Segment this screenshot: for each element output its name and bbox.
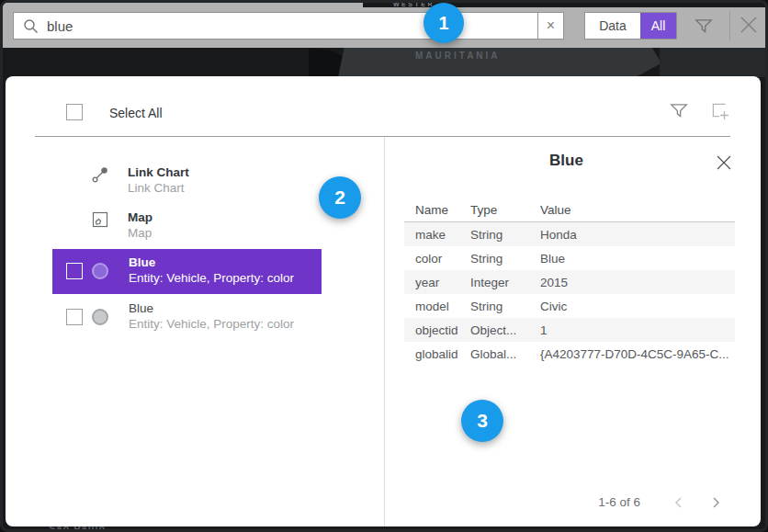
search-results-panel: Select All Link Chart Link bbox=[6, 76, 761, 526]
clear-search-button[interactable]: × bbox=[537, 13, 563, 39]
search-toolbar: × Data All bbox=[3, 3, 765, 48]
map-label-mauritania: MAURITANIA bbox=[415, 51, 501, 61]
map-icon bbox=[90, 209, 110, 233]
cell-type: String bbox=[470, 300, 540, 313]
select-all-label: Select All bbox=[109, 106, 163, 120]
map-landmass-right bbox=[660, 46, 765, 77]
search-box[interactable]: × bbox=[13, 12, 564, 40]
cell-type: Global... bbox=[470, 347, 540, 361]
mode-all-button[interactable]: All bbox=[640, 13, 676, 39]
detail-close-icon[interactable] bbox=[715, 153, 733, 172]
table-row: objectid Object... 1 bbox=[404, 318, 735, 342]
search-mode-toggle: Data All bbox=[584, 12, 677, 40]
select-all-checkbox[interactable] bbox=[66, 104, 83, 120]
column-header-type: Type bbox=[470, 203, 540, 217]
item-subtitle: Entity: Vehicle, Property: color bbox=[129, 271, 294, 285]
item-subtitle: Map bbox=[128, 226, 152, 240]
add-to-selection-icon[interactable] bbox=[709, 100, 729, 120]
cell-name: color bbox=[404, 252, 470, 266]
column-header-name: Name bbox=[404, 203, 470, 217]
previous-page-icon[interactable] bbox=[672, 496, 685, 509]
cell-type: String bbox=[470, 228, 540, 242]
entity-dot-icon bbox=[92, 309, 108, 325]
item-subtitle: Entity: Vehicle, Property: color bbox=[129, 317, 294, 331]
search-icon bbox=[14, 18, 47, 34]
callout-badge-1: 1 bbox=[424, 3, 464, 43]
cell-value: Blue bbox=[540, 252, 735, 266]
pagination-label: 1-6 of 6 bbox=[512, 495, 640, 509]
table-body: make String Honda color String Blue year… bbox=[404, 222, 735, 366]
cell-value: {A4203777-D70D-4C5C-9A65-C... bbox=[540, 347, 735, 361]
list-item-blue-selected[interactable]: Blue Entity: Vehicle, Property: color bbox=[52, 249, 322, 294]
callout-badge-3: 3 bbox=[461, 400, 503, 442]
table-row: year Integer 2015 bbox=[404, 270, 735, 294]
detail-title: Blue bbox=[385, 152, 748, 170]
panel-header-divider bbox=[35, 136, 730, 137]
cell-name: globalid bbox=[404, 347, 470, 361]
table-row: model String Civic bbox=[404, 294, 735, 318]
map-top-strip: WESTER bbox=[363, 0, 768, 7]
cell-name: year bbox=[404, 276, 470, 289]
item-title: Blue bbox=[129, 301, 153, 315]
next-page-icon[interactable] bbox=[709, 496, 722, 509]
cell-type: Object... bbox=[470, 323, 540, 337]
table-row: globalid Global... {A4203777-D70D-4C5C-9… bbox=[404, 342, 735, 366]
cell-name: model bbox=[404, 300, 470, 313]
item-checkbox[interactable] bbox=[66, 263, 83, 279]
cell-value: 1 bbox=[540, 323, 735, 337]
filter-icon[interactable] bbox=[694, 16, 714, 36]
item-subtitle: Link Chart bbox=[128, 181, 185, 195]
cell-value: 2015 bbox=[540, 276, 735, 289]
item-title: Link Chart bbox=[128, 165, 189, 179]
cell-name: make bbox=[404, 228, 470, 242]
table-row: color String Blue bbox=[404, 246, 735, 270]
cell-value: Civic bbox=[540, 300, 735, 313]
close-icon[interactable] bbox=[737, 13, 761, 37]
table-header: Name Type Value bbox=[404, 198, 735, 222]
results-filter-icon[interactable] bbox=[669, 100, 689, 120]
entity-dot-icon bbox=[92, 263, 108, 279]
app-window: MAURITANIA São Paulo × Data All bbox=[0, 0, 768, 532]
map-label-western: WESTER bbox=[393, 1, 435, 7]
cell-name: objectid bbox=[404, 323, 470, 337]
item-title: Map bbox=[128, 210, 152, 224]
item-title: Blue bbox=[129, 255, 155, 269]
toolbar-divider bbox=[729, 11, 730, 40]
cell-type: Integer bbox=[470, 276, 540, 289]
callout-badge-2: 2 bbox=[319, 176, 361, 219]
link-chart-icon bbox=[90, 164, 110, 188]
item-checkbox[interactable] bbox=[66, 309, 83, 325]
cell-type: String bbox=[470, 252, 540, 266]
column-header-value: Value bbox=[540, 203, 735, 217]
table-row: make String Honda bbox=[404, 222, 735, 246]
panel-split-divider bbox=[384, 137, 385, 526]
cell-value: Honda bbox=[540, 228, 735, 242]
attribute-table: Name Type Value make String Honda color … bbox=[404, 198, 735, 366]
mode-data-button[interactable]: Data bbox=[585, 13, 640, 39]
